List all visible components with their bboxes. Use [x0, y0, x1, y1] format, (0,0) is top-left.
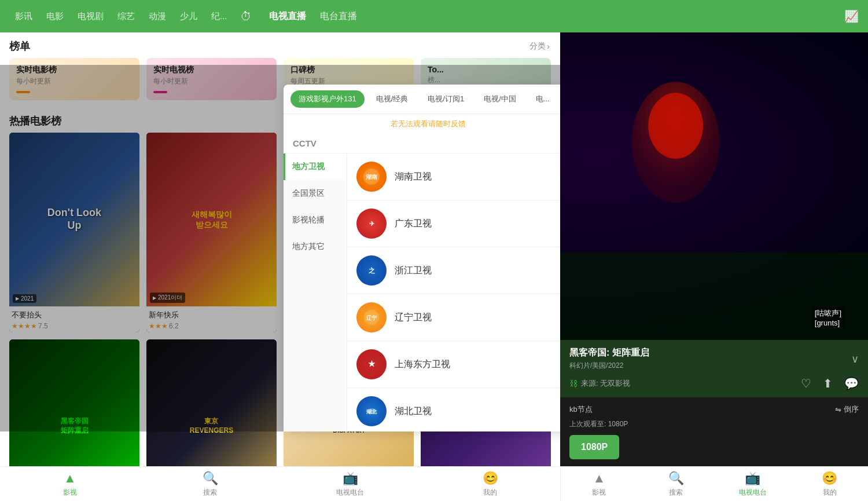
- channel-tab-1[interactable]: 电视/经典: [368, 90, 417, 108]
- yingshi-label: 影视: [63, 488, 77, 498]
- svg-text:✈: ✈: [369, 220, 375, 227]
- channel-item-4[interactable]: ★ 上海东方卫视: [347, 341, 560, 388]
- channel-cat-0[interactable]: 地方卫视: [284, 153, 347, 180]
- channel-sidebar: 地方卫视 全国景区 影视轮播 地方其它 湖南 湖南卫视 ✈: [284, 153, 560, 431]
- mine-r-icon: 😊: [822, 471, 837, 486]
- live-section: 电视直播 电台直播: [263, 7, 363, 26]
- kb-label: kb节点: [569, 404, 593, 415]
- nav-item-ji[interactable]: 纪...: [205, 8, 233, 25]
- nav-item-zongyi[interactable]: 综艺: [112, 8, 141, 25]
- yingshi-icon: ▲: [64, 471, 76, 486]
- bottom-tab-yingshi[interactable]: ▲ 影视: [0, 467, 140, 501]
- right-panel: [咕哝声][grunts] 黑客帝国: 矩阵重启 科幻片/美国/2022 ∨ ⛓…: [560, 32, 868, 466]
- bottom-nav: ▲ 影视 🔍 搜索 📺 电视电台 😊 我的 ▲ 影视 🔍 搜索 📺 电视电台: [0, 466, 868, 501]
- video-player[interactable]: [咕哝声][grunts]: [560, 32, 868, 340]
- favorite-icon[interactable]: ♡: [801, 376, 811, 390]
- history-icon[interactable]: ⏱: [240, 10, 252, 23]
- tv-icon: 📺: [343, 471, 358, 486]
- rankings-title: 榜单: [9, 39, 30, 53]
- channel-panel: 游戏影视户外131 电视/经典 电视/订阅1 电视/中国 电... 若无法观看请…: [284, 85, 560, 431]
- movie-info-title: 黑客帝国: 矩阵重启: [569, 347, 851, 359]
- video-subtitle: [咕哝声][grunts]: [811, 307, 845, 328]
- channel-tab-0[interactable]: 游戏影视户外131: [290, 90, 365, 108]
- comment-icon[interactable]: 💬: [844, 376, 859, 390]
- channel-cat-2[interactable]: 影视轮播: [284, 207, 347, 233]
- yingshi-r-icon: ▲: [593, 471, 605, 486]
- channel-tab-3[interactable]: 电视/中国: [476, 90, 524, 108]
- nav-item-dongman[interactable]: 动漫: [143, 8, 172, 25]
- top-navigation: 影讯 电影 电视剧 综艺 动漫 少儿 纪... ⏱ 电视直播 电台直播 📈: [0, 0, 868, 32]
- action-icons: ♡ ⬆ 💬: [801, 376, 859, 390]
- bottom-tab-tv[interactable]: 📺 电视电台: [280, 467, 420, 501]
- channel-logo-hubei: 湖北: [356, 396, 387, 426]
- reverse-button[interactable]: ⇋ 倒序: [835, 404, 859, 415]
- reverse-icon: ⇋: [835, 405, 841, 414]
- svg-text:之: 之: [368, 267, 375, 274]
- svg-point-10: [648, 93, 703, 159]
- yingshi-r-label: 影视: [592, 488, 606, 498]
- link-icon: ⛓: [569, 379, 578, 388]
- channel-item-5[interactable]: 湖北 湖北卫视: [347, 388, 560, 431]
- channel-categories: 地方卫视 全国景区 影视轮播 地方其它: [284, 153, 347, 431]
- channel-name-4: 上海东方卫视: [395, 359, 450, 371]
- movie-info-actions: ⛓ 来源: 无双影视 ♡ ⬆ 💬: [569, 376, 859, 390]
- rankings-header: 榜单 分类 ›: [0, 32, 560, 58]
- search-label: 搜索: [203, 488, 217, 498]
- mine-icon: 😊: [483, 471, 498, 486]
- channel-item-0[interactable]: 湖南 湖南卫视: [347, 153, 560, 200]
- last-watch-text: 上次观看至: 1080P: [569, 419, 859, 429]
- svg-text:湖北: 湖北: [366, 409, 377, 415]
- video-placeholder: [咕哝声][grunts]: [560, 32, 868, 340]
- live-radio-label[interactable]: 电台直播: [314, 7, 363, 26]
- movie-source: ⛓ 来源: 无双影视: [569, 378, 630, 389]
- channel-logo-shanghai: ★: [356, 349, 387, 379]
- channel-tab-2[interactable]: 电视/订阅1: [420, 90, 472, 108]
- search-r-icon: 🔍: [668, 471, 684, 486]
- tv-label: 电视电台: [336, 488, 364, 498]
- channel-cat-3[interactable]: 地方其它: [284, 233, 347, 260]
- channel-item-2[interactable]: 之 浙江卫视: [347, 247, 560, 294]
- source-text: 来源: 无双影视: [581, 378, 630, 389]
- rankings-action[interactable]: 分类 ›: [529, 41, 551, 52]
- channel-name-3: 辽宁卫视: [395, 312, 432, 324]
- bottom-nav-right: ▲ 影视 🔍 搜索 📺 电视电台 😊 我的: [560, 467, 868, 501]
- left-panel: 榜单 分类 › 实时电影榜 每小时更新 实时电视榜 每小时更新 口碑榜 每周五更…: [0, 32, 560, 466]
- quality-1080p-button[interactable]: 1080P: [569, 435, 619, 459]
- nav-item-yingxun[interactable]: 影讯: [9, 8, 38, 25]
- movie-info-panel: 黑客帝国: 矩阵重启 科幻片/美国/2022 ∨ ⛓ 来源: 无双影视 ♡ ⬆ …: [560, 340, 868, 397]
- bottom-tab-mine-r[interactable]: 😊 我的: [791, 467, 868, 501]
- bottom-tab-yingshi-r[interactable]: ▲ 影视: [561, 467, 638, 501]
- nav-item-shaoer[interactable]: 少儿: [174, 8, 203, 25]
- bottom-tab-tv-r[interactable]: 📺 电视电台: [715, 467, 792, 501]
- channel-list: 湖南 湖南卫视 ✈ 广东卫视 之 浙江卫视: [347, 153, 560, 431]
- channel-feedback: 若无法观看请随时反馈: [284, 114, 560, 134]
- tv-r-label: 电视电台: [739, 488, 767, 498]
- trend-icon[interactable]: 📈: [844, 9, 859, 23]
- nav-item-dianying[interactable]: 电影: [41, 8, 69, 25]
- search-icon: 🔍: [203, 471, 218, 486]
- channel-cat-1[interactable]: 全国景区: [284, 180, 347, 207]
- svg-text:辽宁: 辽宁: [366, 315, 377, 321]
- main-area: 榜单 分类 › 实时电影榜 每小时更新 实时电视榜 每小时更新 口碑榜 每周五更…: [0, 32, 868, 466]
- bottom-tab-search[interactable]: 🔍 搜索: [140, 467, 280, 501]
- channel-item-1[interactable]: ✈ 广东卫视: [347, 200, 560, 247]
- movie-info-title-area: 黑客帝国: 矩阵重启 科幻片/美国/2022: [569, 347, 851, 371]
- share-icon[interactable]: ⬆: [823, 376, 833, 390]
- expand-icon[interactable]: ∨: [851, 353, 859, 365]
- bottom-tab-search-r[interactable]: 🔍 搜索: [638, 467, 715, 501]
- quality-row: kb节点 ⇋ 倒序: [569, 404, 859, 415]
- mine-label: 我的: [483, 488, 497, 498]
- channel-logo-hunan: 湖南: [356, 162, 387, 192]
- channel-name-5: 湖北卫视: [395, 405, 432, 418]
- live-tv-label[interactable]: 电视直播: [263, 7, 312, 26]
- channel-tab-4[interactable]: 电...: [528, 90, 558, 108]
- channel-name-1: 广东卫视: [395, 218, 432, 230]
- channel-item-3[interactable]: 辽宁 辽宁卫视: [347, 294, 560, 341]
- nav-item-dianshiju[interactable]: 电视剧: [72, 8, 109, 25]
- tv-r-icon: 📺: [745, 471, 760, 486]
- bottom-nav-left: ▲ 影视 🔍 搜索 📺 电视电台 😊 我的: [0, 467, 560, 501]
- bottom-tab-mine[interactable]: 😊 我的: [420, 467, 560, 501]
- movie-info-meta: 科幻片/美国/2022: [569, 361, 851, 371]
- channel-name-2: 浙江卫视: [395, 265, 432, 277]
- reverse-label: 倒序: [844, 404, 859, 415]
